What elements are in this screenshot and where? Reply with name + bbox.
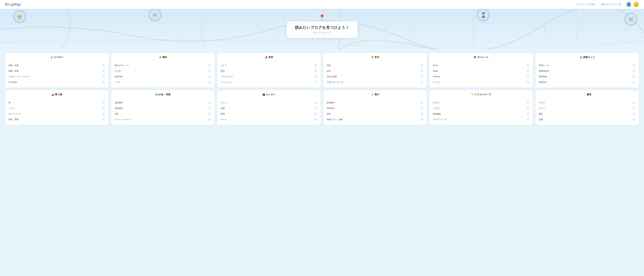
category-card-saving: 💰節約 家計のやりくり › ポイ活 › 格安SIM › マイル › bbox=[111, 53, 214, 88]
category-item-vehicle-1[interactable]: バイク › bbox=[8, 106, 106, 111]
category-item-beauty-2[interactable]: ヘアスタイル › bbox=[220, 74, 318, 79]
item-arrow-icon: › bbox=[102, 101, 105, 104]
category-item-money-3[interactable]: クレジットカード › bbox=[114, 117, 212, 122]
category-item-gadget-0[interactable]: Wi-Fi › bbox=[432, 63, 530, 68]
category-item-beauty-0[interactable]: コスメ › bbox=[220, 63, 318, 68]
card-inner-travel: 国内旅行 › 海外旅行 › 温泉 › 高級ホテル・旅館 › bbox=[326, 100, 424, 122]
user-avatar-icon[interactable]: 👤 bbox=[626, 2, 632, 7]
item-label: 映画 bbox=[221, 112, 225, 115]
category-item-travel-2[interactable]: 温泉 › bbox=[326, 111, 424, 117]
category-item-childcare-3[interactable]: 子育てのノウハウ › bbox=[326, 79, 424, 85]
item-arrow-icon: › bbox=[208, 107, 211, 110]
category-icon-saving: 💰 bbox=[159, 56, 162, 58]
category-title-travel: 旅行 bbox=[374, 93, 379, 96]
category-item-vehicle-2[interactable]: ロードバイク › bbox=[8, 111, 106, 117]
item-label: 妊活 bbox=[327, 70, 331, 72]
category-item-vehicle-3[interactable]: 鉄道・電車 › bbox=[8, 117, 106, 122]
category-item-hobby-3[interactable]: 恋愛 › bbox=[538, 117, 636, 122]
category-item-hobby-0[interactable]: グルメ › bbox=[538, 100, 636, 106]
category-item-travel-1[interactable]: 海外旅行 › bbox=[326, 106, 424, 111]
category-header-creative: ✏️クリエイティブ bbox=[432, 93, 530, 98]
item-arrow-icon: › bbox=[208, 112, 211, 115]
category-item-childcare-1[interactable]: 妊活 › bbox=[326, 68, 424, 74]
category-icon-gadget: 💻 bbox=[474, 56, 476, 58]
item-label: 仮想通貨 bbox=[114, 107, 123, 110]
card-inner-saving: 家計のやりくり › ポイ活 › 格安SIM › マイル › bbox=[114, 63, 212, 85]
category-items-childcare: 知育 › 妊活 › 出産の知識 › 子育てのノウハウ › bbox=[326, 63, 424, 85]
item-arrow-icon: › bbox=[632, 69, 636, 72]
logo[interactable]: BlogMap bbox=[5, 2, 21, 6]
subscribed-list-link[interactable]: 購読中のブログ一覧 bbox=[601, 3, 621, 6]
notification-bell-icon[interactable]: 🔔 bbox=[634, 2, 639, 7]
category-item-money-1[interactable]: 仮想通貨 › bbox=[114, 106, 212, 111]
category-icon-childcare: 👶 bbox=[371, 56, 374, 58]
category-item-creative-1[interactable]: イラスト › bbox=[432, 106, 530, 111]
item-arrow-icon: › bbox=[102, 112, 105, 115]
category-item-saving-0[interactable]: 家計のやりくり › bbox=[114, 63, 212, 68]
category-item-entertainment-0[interactable]: アニメ › bbox=[220, 100, 318, 106]
category-item-home-3[interactable]: 家事代行 › bbox=[538, 79, 636, 85]
category-icon-travel: 🚶 bbox=[371, 93, 374, 96]
item-label: 車 bbox=[8, 101, 10, 104]
item-label: Wi-Fi bbox=[433, 64, 438, 67]
category-item-business-3[interactable]: YouTuber › bbox=[8, 79, 106, 85]
category-item-home-1[interactable]: 家事時短術 › bbox=[538, 68, 636, 74]
category-item-saving-1[interactable]: ポイ活 › bbox=[114, 68, 212, 74]
category-items-beauty: コスメ › 脱毛 › ヘアスタイル › ファッション › bbox=[220, 63, 318, 85]
category-header-home: 🏠家庭のこと bbox=[538, 56, 636, 61]
item-arrow-icon: › bbox=[526, 64, 530, 67]
category-items-hobby: グルメ › カフェ › 書評 › 恋愛 › bbox=[538, 100, 636, 122]
category-item-saving-3[interactable]: マイル › bbox=[114, 79, 212, 85]
item-label: イラスト bbox=[433, 107, 441, 110]
category-item-travel-3[interactable]: 高級ホテル・旅館 › bbox=[326, 117, 424, 122]
header-icons: 👤 🔔 bbox=[626, 2, 639, 7]
category-item-travel-0[interactable]: 国内旅行 › bbox=[326, 100, 424, 106]
item-label: Apple bbox=[433, 70, 438, 72]
card-inner-money: 資産運用 › 仮想通貨 › 税金 › クレジットカード › bbox=[114, 100, 212, 122]
category-item-gadget-3[interactable]: パソコン › bbox=[432, 79, 530, 85]
open-blogmap-link[interactable]: ブログマップを開く bbox=[576, 3, 596, 6]
category-item-childcare-0[interactable]: 知育 › bbox=[326, 63, 424, 68]
item-arrow-icon: › bbox=[314, 75, 317, 78]
item-arrow-icon: › bbox=[208, 75, 211, 78]
item-label: 副業・起業 bbox=[8, 64, 19, 67]
category-title-beauty: 美容 bbox=[268, 56, 273, 58]
item-label: 出産の知識 bbox=[327, 75, 337, 78]
category-item-business-2[interactable]: ブログ・アフィリエイト › bbox=[8, 74, 106, 79]
category-item-home-0[interactable]: 料理レシピ › bbox=[538, 63, 636, 68]
hero-center-card: 📍 読みたいブログを見つけよう！ カテゴリをタップ bbox=[286, 14, 358, 38]
category-item-entertainment-2[interactable]: 映画 › bbox=[220, 111, 318, 117]
category-item-childcare-2[interactable]: 出産の知識 › bbox=[326, 74, 424, 79]
category-item-vehicle-0[interactable]: 車 › bbox=[8, 100, 106, 106]
item-label: 知育 bbox=[327, 64, 331, 67]
category-item-gadget-2[interactable]: Android › bbox=[432, 74, 530, 79]
category-item-creative-0[interactable]: デザイン › bbox=[432, 100, 530, 106]
category-item-home-2[interactable]: 整理収納 › bbox=[538, 74, 636, 79]
card-inner-gadget: Wi-Fi › Apple › Android › パソコン › bbox=[432, 63, 530, 85]
category-item-entertainment-3[interactable]: ゲーム › bbox=[220, 117, 318, 122]
item-label: ゲーム bbox=[221, 118, 227, 121]
category-icon-money: 💵 bbox=[155, 93, 158, 96]
item-label: 家事代行 bbox=[539, 81, 547, 84]
item-label: 海外旅行 bbox=[327, 107, 335, 110]
category-item-money-0[interactable]: 資産運用 › bbox=[114, 100, 212, 106]
category-item-creative-3[interactable]: プログラミング › bbox=[432, 117, 530, 122]
category-item-beauty-3[interactable]: ファッション › bbox=[220, 79, 318, 85]
category-item-gadget-1[interactable]: Apple › bbox=[432, 68, 530, 74]
category-item-hobby-2[interactable]: 書評 › bbox=[538, 111, 636, 117]
item-arrow-icon: › bbox=[208, 64, 211, 67]
category-item-saving-2[interactable]: 格安SIM › bbox=[114, 74, 212, 79]
category-item-business-1[interactable]: 就職・転職 › bbox=[8, 68, 106, 74]
item-arrow-icon: › bbox=[632, 112, 636, 115]
item-arrow-icon: › bbox=[314, 101, 317, 104]
item-label: 整理収納 bbox=[539, 75, 547, 78]
category-item-entertainment-1[interactable]: 漫画 › bbox=[220, 106, 318, 111]
category-item-hobby-1[interactable]: カフェ › bbox=[538, 106, 636, 111]
category-card-entertainment: 🎬エンタメ アニメ › 漫画 › 映画 › ゲーム › bbox=[217, 90, 321, 125]
category-item-beauty-1[interactable]: 脱毛 › bbox=[220, 68, 318, 74]
header-nav: ブログマップを開く 購読中のブログ一覧 👤 🔔 bbox=[576, 2, 639, 7]
category-card-gadget: 💻ガジェット Wi-Fi › Apple › Android › パソコン › bbox=[430, 53, 533, 88]
category-item-business-0[interactable]: 副業・起業 › bbox=[8, 63, 106, 68]
category-item-creative-2[interactable]: 動画編集 › bbox=[432, 111, 530, 117]
category-item-money-2[interactable]: 税金 › bbox=[114, 111, 212, 117]
